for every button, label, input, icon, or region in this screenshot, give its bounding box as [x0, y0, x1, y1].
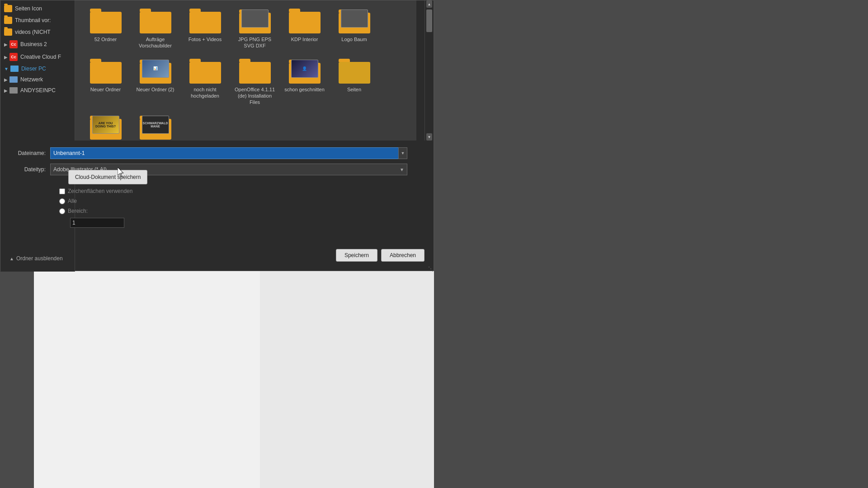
thumb-image: SCHWARZWALDMANE [142, 116, 169, 134]
expand-arrow: ▶ [4, 88, 8, 93]
sidebar-item-andyseinpc[interactable]: ▶ ANDYSEINPC [0, 85, 75, 96]
bottom-buttons: Speichern Abbrechen [336, 249, 425, 262]
range-input-container [68, 218, 132, 228]
dateityp-label: Dateityp: [9, 166, 46, 173]
resize-handle[interactable] [428, 265, 434, 271]
thumb-image: 👤 [291, 60, 318, 78]
folder-label: Neuer Ordner [90, 86, 121, 93]
alle-label: Alle [68, 198, 77, 204]
folder-content: 52 Ordner Aufträge Vorschaubilder Fotos … [75, 0, 416, 141]
folder-icon-plain [189, 12, 221, 33]
folder-grid: 52 Ordner Aufträge Vorschaubilder Fotos … [75, 0, 416, 141]
folder-label: Seiten [347, 86, 361, 93]
sidebar-item-label: videos (NICHT [15, 29, 51, 35]
folder-icon-plain [289, 12, 321, 33]
expand-arrow: ▶ [4, 77, 8, 82]
folder-52ordner[interactable]: 52 Ordner [82, 5, 129, 53]
folder-icon-plain [90, 62, 122, 84]
sidebar-item-label: Thumbnail vor: [15, 17, 51, 23]
network-icon [9, 76, 18, 83]
folder-logo-baum[interactable]: Logo Baum [330, 5, 378, 53]
alle-radio[interactable] [59, 198, 65, 204]
expand-arrow: ▼ [4, 66, 9, 71]
folder-label: schon geschnitten [284, 86, 325, 93]
folder-openoffice[interactable]: OpenOffice 4.1.11 (de) Installation File… [231, 55, 278, 109]
cc-icon: Cc [9, 53, 18, 61]
sidebar-item-videos-nicht[interactable]: videos (NICHT [0, 26, 75, 38]
bereich-row: Bereich: [59, 208, 132, 214]
sidebar-item-label: Seiten Icon [15, 5, 42, 12]
folder-jpg-png[interactable]: JPG PNG EPS SVG DXF [231, 5, 278, 53]
cc-icon: Cc [9, 40, 18, 48]
folder-neuer-ordner[interactable]: Neuer Ordner [82, 55, 129, 109]
dateiname-label: Dateiname: [9, 150, 46, 156]
folder-icon-thumb [339, 9, 370, 33]
dateiname-row: Dateiname: ▼ [9, 147, 407, 159]
sidebar-item-creative-cloud-f[interactable]: ▶ Cc Creative Cloud F [0, 51, 75, 63]
cloud-document-button[interactable]: Cloud-Dokument speichern [68, 170, 147, 184]
zeichenflaechen-checkbox[interactable] [59, 188, 65, 194]
sidebar: Seiten Icon Thumbnail vor: videos (NICHT… [0, 0, 75, 272]
sidebar-item-label: Netzwerk [20, 76, 43, 83]
zeichenflaechen-label: Zeichenflächen verwenden [68, 188, 132, 194]
folder-icon-thumb: SCHWARZWALDMANE [140, 115, 171, 140]
folder-label: Logo Baum [341, 36, 367, 42]
dateiname-input[interactable] [50, 147, 407, 159]
dropdown-arrow-icon: ▼ [401, 151, 405, 155]
thumb-image [241, 9, 269, 28]
dropdown-arrow-icon: ▼ [400, 167, 404, 172]
scroll-up-icon: ▲ [428, 2, 431, 6]
sidebar-item-dieser-pc[interactable]: ▼ Dieser PC [0, 63, 75, 74]
sidebar-item-business2[interactable]: ▶ Cc Business 2 [0, 38, 75, 51]
scroll-down-button[interactable]: ▼ [426, 133, 432, 141]
folder-kdp[interactable]: KDP Interior [281, 5, 328, 53]
folder-label: Fotos + Videos [189, 36, 222, 42]
chevron-up-icon: ▲ [9, 256, 14, 261]
folder-icon-plain [90, 12, 122, 33]
scroll-thumb[interactable] [426, 9, 432, 32]
bereich-label: Bereich: [68, 208, 88, 214]
folder-icon-thumb: 📊 [140, 59, 171, 84]
zeichenflaechen-row: Zeichenflächen verwenden [59, 188, 132, 194]
folder-icon-thumb [239, 9, 271, 33]
sidebar-item-label: Creative Cloud F [20, 54, 61, 60]
folder-label: KDP Interior [291, 36, 318, 42]
cancel-button[interactable]: Abbrechen [381, 249, 425, 262]
folder-tshirt-designs[interactable]: SCHWARZWALDMANE T-Shirt Designs [132, 111, 179, 141]
folder-icon [4, 17, 12, 24]
folder-noch-nicht[interactable]: noch nicht hochgeladen [181, 55, 229, 109]
save-dialog: Seiten Icon Thumbnail vor: videos (NICHT… [0, 0, 434, 271]
scroll-down-icon: ▼ [428, 135, 431, 139]
folder-schon-geschnitten[interactable]: 👤 schon geschnitten [281, 55, 328, 109]
folder-label: JPG PNG EPS SVG DXF [233, 36, 276, 49]
scroll-up-button[interactable]: ▲ [426, 0, 432, 8]
sidebar-item-thumbnail-vor[interactable]: Thumbnail vor: [0, 14, 75, 26]
options-area: Zeichenflächen verwenden Alle Bereich: [59, 188, 132, 228]
folder-fotos-videos[interactable]: Fotos + Videos [181, 5, 229, 53]
folder-label: Aufträge Vorschaubilder [134, 36, 177, 49]
sidebar-item-label: ANDYSEINPC [20, 87, 56, 94]
save-button[interactable]: Speichern [336, 249, 377, 262]
pc-icon [10, 66, 19, 72]
sidebar-item-seiten-icon[interactable]: Seiten Icon [0, 3, 75, 14]
dateiname-input-container: ▼ [50, 147, 407, 159]
thumb-image [341, 9, 368, 28]
scrollbar[interactable]: ▲ ▼ [425, 0, 434, 141]
folder-label: noch nicht hochgeladen [184, 86, 226, 99]
expand-arrow: ▶ [4, 42, 8, 47]
hdd-icon [9, 87, 18, 94]
folder-hide-label: Ordner ausblenden [16, 255, 63, 262]
folder-hide-toggle[interactable]: ▲ Ordner ausblenden [9, 255, 63, 262]
thumb-image: ARE YOU DOING THIS? [92, 116, 119, 134]
folder-auftraege[interactable]: Aufträge Vorschaubilder [132, 5, 179, 53]
form-area: Dateiname: ▼ Dateityp: Adobe Illustrator… [0, 141, 416, 184]
sidebar-item-netzwerk[interactable]: ▶ Netzwerk [0, 74, 75, 85]
folder-neuer-ordner2[interactable]: 📊 Neuer Ordner (2) [132, 55, 179, 109]
folder-seiten[interactable]: Seiten [330, 55, 378, 109]
dateiname-dropdown-button[interactable]: ▼ [398, 147, 407, 159]
bereich-radio[interactable] [59, 208, 65, 214]
folder-thumbnail-vorschau[interactable]: ARE YOU DOING THIS? Thumbnail vorschau [82, 111, 129, 141]
range-input[interactable] [70, 218, 124, 228]
folder-icon-thumb: 👤 [289, 59, 321, 84]
thumb-image: 📊 [142, 60, 169, 78]
